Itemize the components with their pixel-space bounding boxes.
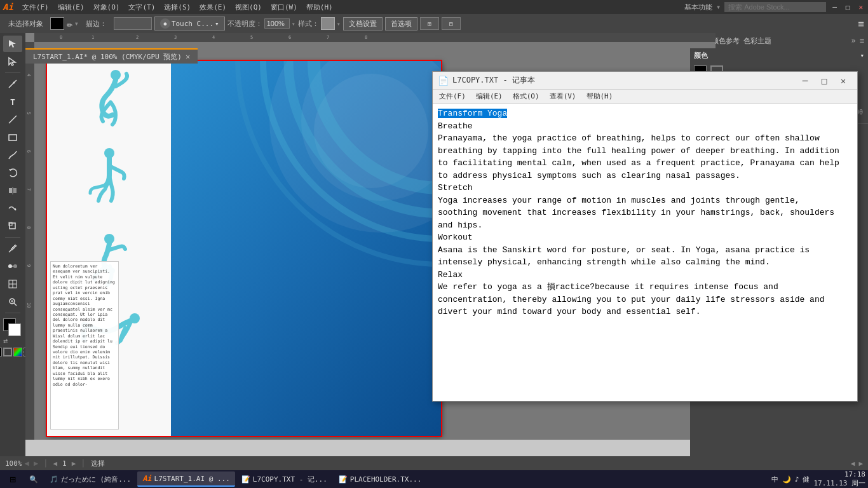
zoom-arrows[interactable]: ◀ ▶ xyxy=(25,459,39,468)
brush-tool[interactable]: ✏ ▾ xyxy=(67,18,79,30)
background-color[interactable] xyxy=(8,323,21,336)
doc-left-panel: Num doloreetum ver esequam ver suscipist… xyxy=(47,61,171,436)
notepad-close-btn[interactable]: ✕ xyxy=(834,74,852,88)
yoga-figure-1 xyxy=(81,67,138,137)
zoom-control[interactable]: 100% ◀ ▶ xyxy=(5,459,38,468)
rect-tool[interactable] xyxy=(3,129,22,146)
pen-tool[interactable] xyxy=(3,76,22,92)
restore-btn[interactable]: □ xyxy=(843,3,853,11)
swap-colors-icon[interactable]: ⇄ xyxy=(3,336,8,345)
blend-tool[interactable] xyxy=(3,258,22,274)
reflect-tool[interactable] xyxy=(3,182,22,199)
svg-line-8 xyxy=(9,250,11,252)
menu-help[interactable]: 帮助(H) xyxy=(302,1,337,13)
taskbar-item-ai[interactable]: Ai L7START_1.AI @ ... xyxy=(137,471,235,487)
sys-icon-health: 健 xyxy=(803,475,810,484)
scale-tool[interactable] xyxy=(3,218,22,234)
ruler-mark-1: 1 xyxy=(92,35,94,40)
ruler-mark-4: 4 xyxy=(212,35,215,40)
menu-file[interactable]: 文件(F) xyxy=(18,1,53,13)
opacity-input[interactable] xyxy=(264,18,290,29)
brush-tool-icon[interactable] xyxy=(3,147,22,163)
ruler-mark-0: 0 xyxy=(60,35,62,40)
doc-settings-btn[interactable]: 文档设置 xyxy=(343,17,383,30)
artboard-nav-next[interactable]: ▶ xyxy=(858,459,863,468)
taskbar-item-music[interactable]: 🎵 だっために (純音... xyxy=(44,471,136,487)
nav-next-btn[interactable]: ▶ xyxy=(72,459,76,468)
menu-object[interactable]: 对象(O) xyxy=(90,1,124,13)
notepad-menu-view[interactable]: 查看(V) xyxy=(546,90,580,102)
sys-icon-sound: ♪ xyxy=(795,475,799,484)
taskbar-item-notepad2[interactable]: 📝 PLACEHOLDER.TX... xyxy=(334,471,427,487)
stroke-preview xyxy=(114,17,152,30)
lorem-textbox[interactable]: Num doloreetum ver esequam ver suscipist… xyxy=(50,261,119,430)
panels-menu-icon[interactable]: ≡ xyxy=(860,36,864,45)
bg-swirl-svg xyxy=(187,61,441,315)
stock-search-input[interactable] xyxy=(724,2,826,12)
notepad-minimize-btn[interactable]: ─ xyxy=(796,74,814,88)
menu-select[interactable]: 选择(S) xyxy=(160,1,194,13)
stroke-mode-btn[interactable] xyxy=(3,348,12,356)
minimize-btn[interactable]: ─ xyxy=(830,3,839,11)
eyedropper-tool[interactable] xyxy=(3,240,22,257)
top-menubar: Ai 文件(F) 编辑(E) 对象(O) 文字(T) 选择(S) 效果(E) 视… xyxy=(0,0,868,14)
gradient-mode-btn[interactable] xyxy=(13,348,22,356)
menu-text[interactable]: 文字(T) xyxy=(125,1,159,13)
style-dropdown[interactable]: ▾ xyxy=(337,20,341,27)
warp-tool[interactable] xyxy=(3,200,22,217)
line-tool[interactable] xyxy=(3,111,22,128)
notepad-menu-help[interactable]: 帮助(H) xyxy=(583,90,617,102)
notepad-content-area[interactable]: Transform Yoga Breathe Pranayama, the yo… xyxy=(433,104,857,401)
notepad-menu-edit[interactable]: 编辑(E) xyxy=(472,90,506,102)
workspace-dropdown-icon[interactable]: ▾ xyxy=(716,3,721,11)
align-icon[interactable]: ⊞ xyxy=(420,17,439,30)
ruler-horizontal: 0 1 2 3 4 5 6 7 8 xyxy=(34,33,715,42)
document-tab[interactable]: L7START_1.AI* @ 100% (CMYK/GPU 预览) ✕ xyxy=(25,48,198,64)
menu-window[interactable]: 窗口(W) xyxy=(267,1,301,13)
style-swatch[interactable] xyxy=(321,17,335,30)
rotate-tool[interactable] xyxy=(3,165,22,181)
notepad-menu-format[interactable]: 格式(O) xyxy=(509,90,543,102)
ruler-vertical: 4 5 6 7 8 9 10 xyxy=(25,42,34,440)
slice-tool[interactable] xyxy=(3,276,22,292)
fill-mode-btn[interactable] xyxy=(0,348,2,356)
close-btn[interactable]: ✕ xyxy=(856,3,865,11)
color-ref-panel-label[interactable]: 颜色参考 xyxy=(712,36,740,46)
menu-edit[interactable]: 编辑(E) xyxy=(54,1,88,13)
rect-icon xyxy=(8,132,18,142)
hamburger-icon[interactable]: ≡ xyxy=(858,18,864,30)
preferences-btn[interactable]: 首选项 xyxy=(385,17,417,30)
opacity-dropdown[interactable]: ▾ xyxy=(292,20,295,27)
type-tool[interactable]: T xyxy=(3,93,22,110)
menu-view[interactable]: 视图(Q) xyxy=(231,1,266,13)
notepad-menu-file[interactable]: 文件(F) xyxy=(435,90,470,102)
fill-color-swatch[interactable] xyxy=(50,17,64,30)
color-theme-panel-label[interactable]: 色彩主题 xyxy=(743,36,771,46)
start-button[interactable]: ⊞ xyxy=(3,471,23,487)
ruler-v-2: 5 xyxy=(26,112,31,114)
stroke-label: 描边： xyxy=(81,17,111,30)
select-tool[interactable] xyxy=(3,36,22,52)
zoom-tool[interactable] xyxy=(3,294,22,310)
pen-icon xyxy=(8,79,18,89)
direct-select-tool[interactable] xyxy=(3,53,22,70)
color-panel-title[interactable]: 颜色 ▾ xyxy=(694,51,864,60)
workspace-label: 基本功能 xyxy=(684,3,712,12)
color-panel-toggle[interactable]: ▾ xyxy=(860,51,864,60)
taskbar-item-notepad1[interactable]: 📝 L7COPY.TXT - 记... xyxy=(236,471,332,487)
warp-icon xyxy=(8,203,18,214)
no-selection-label: 未选择对象 xyxy=(4,17,48,30)
touch-dropdown[interactable]: ● Touch C... ▾ xyxy=(154,17,225,30)
panels-expand-icon[interactable]: » xyxy=(851,36,856,45)
notepad-menubar: 文件(F) 编辑(E) 格式(O) 查看(V) 帮助(H) xyxy=(433,90,857,104)
nav-prev-btn[interactable]: ◀ xyxy=(53,459,57,468)
tab-close-btn[interactable]: ✕ xyxy=(186,52,190,61)
transform-icon[interactable]: ⊟ xyxy=(442,17,461,30)
notepad-body-text: Breathe Pranayama, the yoga practice of … xyxy=(438,121,839,317)
notepad1-icon: 📝 xyxy=(241,475,250,484)
ruler-mark-6: 6 xyxy=(288,35,291,40)
artboard-nav-prev[interactable]: ◀ xyxy=(851,459,855,468)
notepad-restore-btn[interactable]: □ xyxy=(815,74,833,88)
menu-effect[interactable]: 效果(E) xyxy=(196,1,230,13)
search-taskbar[interactable]: 🔍 xyxy=(24,471,43,487)
